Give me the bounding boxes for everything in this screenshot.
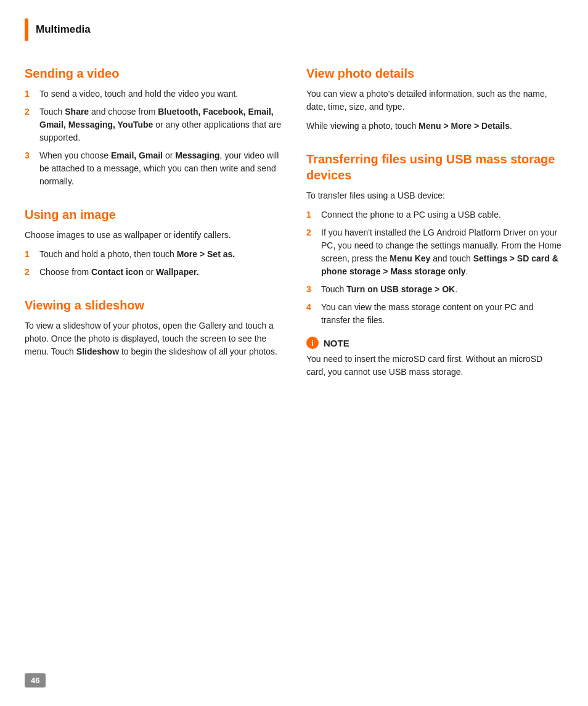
section-title-using-an-image: Using an image xyxy=(25,207,282,223)
viewing-slideshow-body: To view a slideshow of your photos, open… xyxy=(25,319,282,358)
list-content: Touch and hold a photo, then touch More … xyxy=(39,248,282,261)
list-item: 1 To send a video, touch and hold the vi… xyxy=(25,88,282,101)
section-view-photo-details: View photo details You can view a photo’… xyxy=(306,65,563,133)
list-item: 2 If you haven't installed the LG Androi… xyxy=(306,226,563,278)
list-item: 2 Choose from Contact icon or Wallpaper. xyxy=(25,266,282,279)
note-icon: i xyxy=(306,337,319,349)
note-title: i NOTE xyxy=(306,337,563,349)
list-num: 1 xyxy=(25,88,36,101)
list-num: 3 xyxy=(25,149,36,162)
list-num: 1 xyxy=(306,208,317,221)
list-content: Choose from Contact icon or Wallpaper. xyxy=(39,266,282,279)
section-transferring-files: Transferring files using USB mass storag… xyxy=(306,151,563,379)
left-column: Sending a video 1 To send a video, touch… xyxy=(25,65,282,397)
section-title-sending-a-video: Sending a video xyxy=(25,65,282,81)
list-num: 1 xyxy=(25,248,36,261)
note-section: i NOTE You need to insert the microSD ca… xyxy=(306,337,563,379)
list-content: Touch Share and choose from Bluetooth, F… xyxy=(39,105,282,144)
list-content: Connect the phone to a PC using a USB ca… xyxy=(321,208,563,221)
note-label: NOTE xyxy=(324,338,349,348)
list-content: To send a video, touch and hold the vide… xyxy=(39,88,282,101)
list-num: 2 xyxy=(25,266,36,279)
section-viewing-a-slideshow: Viewing a slideshow To view a slideshow … xyxy=(25,297,282,358)
view-photo-intro: You can view a photo’s detailed informat… xyxy=(306,88,563,113)
transferring-intro: To transfer files using a USB device: xyxy=(306,189,563,202)
list-content: When you choose Email, Gmail or Messagin… xyxy=(39,149,282,188)
list-content: You can view the mass storage content on… xyxy=(321,301,563,327)
list-item: 4 You can view the mass storage content … xyxy=(306,301,563,327)
header-accent-bar xyxy=(25,18,28,41)
section-title-transferring-files: Transferring files using USB mass storag… xyxy=(306,151,563,183)
view-photo-extra: While viewing a photo, touch Menu > More… xyxy=(306,120,563,133)
list-item: 1 Touch and hold a photo, then touch Mor… xyxy=(25,248,282,261)
sending-video-list: 1 To send a video, touch and hold the vi… xyxy=(25,88,282,188)
using-image-list: 1 Touch and hold a photo, then touch Mor… xyxy=(25,248,282,279)
list-item: 3 When you choose Email, Gmail or Messag… xyxy=(25,149,282,188)
page-number: 46 xyxy=(25,673,46,688)
page: Multimedia Sending a video 1 To send a v… xyxy=(0,0,588,706)
list-item: 1 Connect the phone to a PC using a USB … xyxy=(306,208,563,221)
right-column: View photo details You can view a photo’… xyxy=(306,65,563,397)
page-title: Multimedia xyxy=(36,23,91,36)
list-item: 3 Touch Turn on USB storage > OK. xyxy=(306,283,563,296)
page-header: Multimedia xyxy=(25,18,563,41)
list-num: 2 xyxy=(306,226,317,239)
transferring-list: 1 Connect the phone to a PC using a USB … xyxy=(306,208,563,327)
section-using-an-image: Using an image Choose images to use as w… xyxy=(25,207,282,279)
section-title-view-photo-details: View photo details xyxy=(306,65,563,81)
content-columns: Sending a video 1 To send a video, touch… xyxy=(25,65,563,397)
list-content: If you haven't installed the LG Android … xyxy=(321,226,563,278)
list-num: 3 xyxy=(306,283,317,296)
section-sending-a-video: Sending a video 1 To send a video, touch… xyxy=(25,65,282,188)
section-title-viewing-slideshow: Viewing a slideshow xyxy=(25,297,282,313)
note-body: You need to insert the microSD card firs… xyxy=(306,353,563,379)
list-item: 2 Touch Share and choose from Bluetooth,… xyxy=(25,105,282,144)
list-num: 2 xyxy=(25,105,36,118)
list-content: Touch Turn on USB storage > OK. xyxy=(321,283,563,296)
using-image-intro: Choose images to use as wallpaper or ide… xyxy=(25,229,282,242)
list-num: 4 xyxy=(306,301,317,314)
